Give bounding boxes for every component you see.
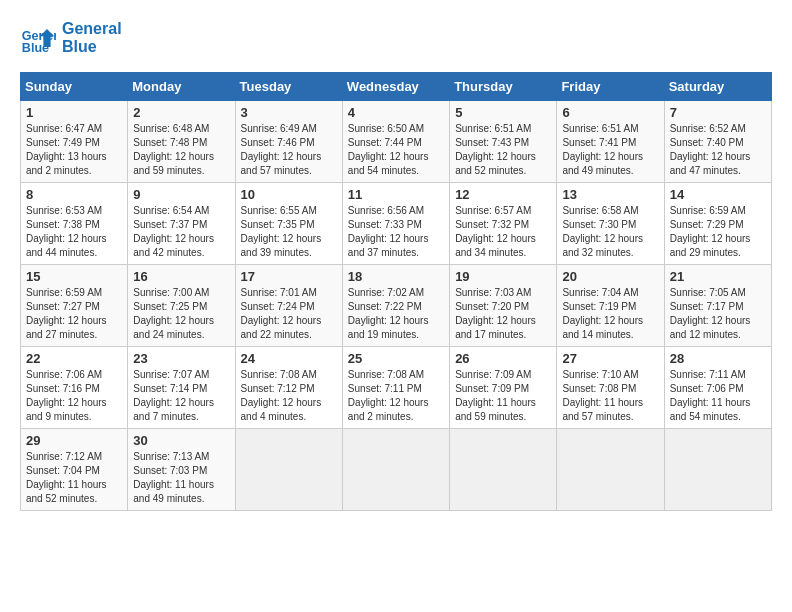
- day-info: Sunrise: 7:06 AMSunset: 7:16 PMDaylight:…: [26, 369, 107, 422]
- day-number: 2: [133, 105, 229, 120]
- weekday-header-row: SundayMondayTuesdayWednesdayThursdayFrid…: [21, 73, 772, 101]
- day-number: 15: [26, 269, 122, 284]
- day-info: Sunrise: 7:07 AMSunset: 7:14 PMDaylight:…: [133, 369, 214, 422]
- calendar-cell: [664, 429, 771, 511]
- day-info: Sunrise: 7:04 AMSunset: 7:19 PMDaylight:…: [562, 287, 643, 340]
- day-number: 3: [241, 105, 337, 120]
- day-info: Sunrise: 6:49 AMSunset: 7:46 PMDaylight:…: [241, 123, 322, 176]
- logo: General Blue General Blue: [20, 20, 122, 56]
- day-info: Sunrise: 7:05 AMSunset: 7:17 PMDaylight:…: [670, 287, 751, 340]
- day-number: 20: [562, 269, 658, 284]
- day-number: 7: [670, 105, 766, 120]
- day-number: 23: [133, 351, 229, 366]
- day-info: Sunrise: 6:50 AMSunset: 7:44 PMDaylight:…: [348, 123, 429, 176]
- day-number: 17: [241, 269, 337, 284]
- day-info: Sunrise: 6:52 AMSunset: 7:40 PMDaylight:…: [670, 123, 751, 176]
- calendar-cell: [450, 429, 557, 511]
- day-info: Sunrise: 6:48 AMSunset: 7:48 PMDaylight:…: [133, 123, 214, 176]
- calendar-cell: 4 Sunrise: 6:50 AMSunset: 7:44 PMDayligh…: [342, 101, 449, 183]
- calendar-cell: 16 Sunrise: 7:00 AMSunset: 7:25 PMDaylig…: [128, 265, 235, 347]
- day-info: Sunrise: 6:59 AMSunset: 7:29 PMDaylight:…: [670, 205, 751, 258]
- day-number: 8: [26, 187, 122, 202]
- day-info: Sunrise: 7:00 AMSunset: 7:25 PMDaylight:…: [133, 287, 214, 340]
- calendar-cell: 28 Sunrise: 7:11 AMSunset: 7:06 PMDaylig…: [664, 347, 771, 429]
- day-number: 28: [670, 351, 766, 366]
- day-info: Sunrise: 7:09 AMSunset: 7:09 PMDaylight:…: [455, 369, 536, 422]
- calendar-cell: 13 Sunrise: 6:58 AMSunset: 7:30 PMDaylig…: [557, 183, 664, 265]
- day-info: Sunrise: 7:08 AMSunset: 7:12 PMDaylight:…: [241, 369, 322, 422]
- day-info: Sunrise: 6:55 AMSunset: 7:35 PMDaylight:…: [241, 205, 322, 258]
- calendar-cell: 18 Sunrise: 7:02 AMSunset: 7:22 PMDaylig…: [342, 265, 449, 347]
- calendar-cell: 20 Sunrise: 7:04 AMSunset: 7:19 PMDaylig…: [557, 265, 664, 347]
- day-info: Sunrise: 6:51 AMSunset: 7:43 PMDaylight:…: [455, 123, 536, 176]
- calendar-week-row: 29 Sunrise: 7:12 AMSunset: 7:04 PMDaylig…: [21, 429, 772, 511]
- calendar-cell: 19 Sunrise: 7:03 AMSunset: 7:20 PMDaylig…: [450, 265, 557, 347]
- calendar-week-row: 22 Sunrise: 7:06 AMSunset: 7:16 PMDaylig…: [21, 347, 772, 429]
- day-number: 29: [26, 433, 122, 448]
- calendar-cell: 6 Sunrise: 6:51 AMSunset: 7:41 PMDayligh…: [557, 101, 664, 183]
- day-number: 30: [133, 433, 229, 448]
- calendar-week-row: 8 Sunrise: 6:53 AMSunset: 7:38 PMDayligh…: [21, 183, 772, 265]
- calendar-cell: 2 Sunrise: 6:48 AMSunset: 7:48 PMDayligh…: [128, 101, 235, 183]
- day-number: 10: [241, 187, 337, 202]
- calendar-cell: 10 Sunrise: 6:55 AMSunset: 7:35 PMDaylig…: [235, 183, 342, 265]
- calendar-cell: 14 Sunrise: 6:59 AMSunset: 7:29 PMDaylig…: [664, 183, 771, 265]
- calendar-cell: 9 Sunrise: 6:54 AMSunset: 7:37 PMDayligh…: [128, 183, 235, 265]
- calendar-cell: 30 Sunrise: 7:13 AMSunset: 7:03 PMDaylig…: [128, 429, 235, 511]
- page-header: General Blue General Blue: [20, 20, 772, 56]
- calendar-week-row: 1 Sunrise: 6:47 AMSunset: 7:49 PMDayligh…: [21, 101, 772, 183]
- day-info: Sunrise: 6:51 AMSunset: 7:41 PMDaylight:…: [562, 123, 643, 176]
- day-number: 18: [348, 269, 444, 284]
- weekday-header-saturday: Saturday: [664, 73, 771, 101]
- calendar-cell: 21 Sunrise: 7:05 AMSunset: 7:17 PMDaylig…: [664, 265, 771, 347]
- calendar-cell: 23 Sunrise: 7:07 AMSunset: 7:14 PMDaylig…: [128, 347, 235, 429]
- day-info: Sunrise: 6:56 AMSunset: 7:33 PMDaylight:…: [348, 205, 429, 258]
- day-info: Sunrise: 7:01 AMSunset: 7:24 PMDaylight:…: [241, 287, 322, 340]
- calendar-cell: 12 Sunrise: 6:57 AMSunset: 7:32 PMDaylig…: [450, 183, 557, 265]
- calendar-cell: 15 Sunrise: 6:59 AMSunset: 7:27 PMDaylig…: [21, 265, 128, 347]
- day-number: 9: [133, 187, 229, 202]
- day-info: Sunrise: 6:54 AMSunset: 7:37 PMDaylight:…: [133, 205, 214, 258]
- calendar-cell: 8 Sunrise: 6:53 AMSunset: 7:38 PMDayligh…: [21, 183, 128, 265]
- day-info: Sunrise: 6:57 AMSunset: 7:32 PMDaylight:…: [455, 205, 536, 258]
- calendar-cell: 26 Sunrise: 7:09 AMSunset: 7:09 PMDaylig…: [450, 347, 557, 429]
- day-number: 12: [455, 187, 551, 202]
- calendar-cell: [342, 429, 449, 511]
- day-info: Sunrise: 7:10 AMSunset: 7:08 PMDaylight:…: [562, 369, 643, 422]
- day-number: 24: [241, 351, 337, 366]
- day-number: 5: [455, 105, 551, 120]
- day-number: 25: [348, 351, 444, 366]
- calendar-cell: 17 Sunrise: 7:01 AMSunset: 7:24 PMDaylig…: [235, 265, 342, 347]
- calendar-cell: 7 Sunrise: 6:52 AMSunset: 7:40 PMDayligh…: [664, 101, 771, 183]
- day-info: Sunrise: 7:08 AMSunset: 7:11 PMDaylight:…: [348, 369, 429, 422]
- day-number: 19: [455, 269, 551, 284]
- calendar-cell: 1 Sunrise: 6:47 AMSunset: 7:49 PMDayligh…: [21, 101, 128, 183]
- day-number: 4: [348, 105, 444, 120]
- weekday-header-thursday: Thursday: [450, 73, 557, 101]
- calendar-cell: 25 Sunrise: 7:08 AMSunset: 7:11 PMDaylig…: [342, 347, 449, 429]
- day-number: 11: [348, 187, 444, 202]
- weekday-header-wednesday: Wednesday: [342, 73, 449, 101]
- calendar-cell: 3 Sunrise: 6:49 AMSunset: 7:46 PMDayligh…: [235, 101, 342, 183]
- weekday-header-tuesday: Tuesday: [235, 73, 342, 101]
- day-info: Sunrise: 6:58 AMSunset: 7:30 PMDaylight:…: [562, 205, 643, 258]
- day-info: Sunrise: 7:13 AMSunset: 7:03 PMDaylight:…: [133, 451, 214, 504]
- weekday-header-friday: Friday: [557, 73, 664, 101]
- calendar-cell: 27 Sunrise: 7:10 AMSunset: 7:08 PMDaylig…: [557, 347, 664, 429]
- day-number: 1: [26, 105, 122, 120]
- day-info: Sunrise: 7:12 AMSunset: 7:04 PMDaylight:…: [26, 451, 107, 504]
- logo-general: General: [62, 20, 122, 38]
- calendar-cell: 22 Sunrise: 7:06 AMSunset: 7:16 PMDaylig…: [21, 347, 128, 429]
- day-info: Sunrise: 7:03 AMSunset: 7:20 PMDaylight:…: [455, 287, 536, 340]
- day-info: Sunrise: 6:59 AMSunset: 7:27 PMDaylight:…: [26, 287, 107, 340]
- weekday-header-monday: Monday: [128, 73, 235, 101]
- day-info: Sunrise: 6:53 AMSunset: 7:38 PMDaylight:…: [26, 205, 107, 258]
- calendar-cell: 11 Sunrise: 6:56 AMSunset: 7:33 PMDaylig…: [342, 183, 449, 265]
- logo-icon: General Blue: [20, 20, 56, 56]
- calendar-cell: 29 Sunrise: 7:12 AMSunset: 7:04 PMDaylig…: [21, 429, 128, 511]
- day-number: 27: [562, 351, 658, 366]
- day-info: Sunrise: 7:11 AMSunset: 7:06 PMDaylight:…: [670, 369, 751, 422]
- day-number: 13: [562, 187, 658, 202]
- calendar-week-row: 15 Sunrise: 6:59 AMSunset: 7:27 PMDaylig…: [21, 265, 772, 347]
- calendar-cell: 5 Sunrise: 6:51 AMSunset: 7:43 PMDayligh…: [450, 101, 557, 183]
